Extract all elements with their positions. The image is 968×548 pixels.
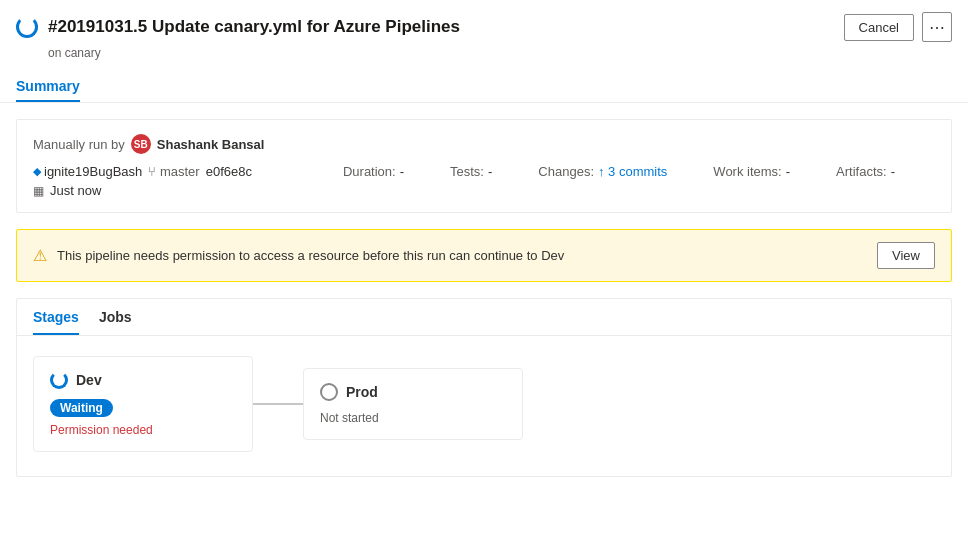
stage-card-prod[interactable]: Prod Not started bbox=[303, 368, 523, 440]
main-tabs: Summary bbox=[0, 70, 968, 103]
cancel-button[interactable]: Cancel bbox=[844, 14, 914, 41]
calendar-icon: ▦ bbox=[33, 184, 44, 198]
work-items-label: Work items: bbox=[713, 164, 781, 179]
view-button[interactable]: View bbox=[877, 242, 935, 269]
more-options-button[interactable]: ⋯ bbox=[922, 12, 952, 42]
warning-left: ⚠ This pipeline needs permission to acce… bbox=[33, 246, 564, 265]
permission-needed-text: Permission needed bbox=[50, 423, 236, 437]
warning-icon: ⚠ bbox=[33, 246, 47, 265]
duration-stat: Duration: - bbox=[343, 164, 404, 179]
tests-stat: Tests: - bbox=[450, 164, 492, 179]
stage-cards: Dev Waiting Permission needed Prod Not s… bbox=[17, 336, 951, 476]
work-items-stat: Work items: - bbox=[713, 164, 790, 179]
header: #20191031.5 Update canary.yml for Azure … bbox=[0, 0, 968, 46]
stage-name-prod: Prod bbox=[346, 384, 378, 400]
stage-connector bbox=[253, 403, 303, 405]
artifacts-label: Artifacts: bbox=[836, 164, 887, 179]
stages-section: Stages Jobs Dev Waiting Permission neede… bbox=[16, 298, 952, 477]
changes-value[interactable]: ↑ 3 commits bbox=[598, 164, 667, 179]
run-by-name: Shashank Bansal bbox=[157, 137, 265, 152]
tab-stages[interactable]: Stages bbox=[33, 299, 79, 335]
warning-text: This pipeline needs permission to access… bbox=[57, 248, 564, 263]
tests-value: - bbox=[488, 164, 492, 179]
duration-value: - bbox=[400, 164, 404, 179]
page-container: #20191031.5 Update canary.yml for Azure … bbox=[0, 0, 968, 548]
header-left: #20191031.5 Update canary.yml for Azure … bbox=[16, 16, 460, 38]
tab-jobs[interactable]: Jobs bbox=[99, 299, 132, 335]
fork-icon: ⑂ bbox=[148, 164, 156, 179]
run-by-row: Manually run by SB Shashank Bansal bbox=[33, 134, 935, 154]
time-label: Just now bbox=[50, 183, 101, 198]
stage-card-dev[interactable]: Dev Waiting Permission needed bbox=[33, 356, 253, 452]
pipeline-number: #20191031.5 bbox=[48, 17, 147, 36]
branch-ref: master bbox=[160, 164, 200, 179]
waiting-badge: Waiting bbox=[50, 399, 113, 417]
branch-separator: ⑂ master bbox=[148, 164, 199, 179]
page-title: #20191031.5 Update canary.yml for Azure … bbox=[48, 17, 460, 37]
waiting-spinner-icon bbox=[50, 371, 68, 389]
spinner-icon bbox=[16, 16, 38, 38]
warning-banner: ⚠ This pipeline needs permission to acce… bbox=[16, 229, 952, 282]
branch-name: ignite19BugBash bbox=[44, 164, 142, 179]
commit-hash: e0f6e8c bbox=[206, 164, 252, 179]
tab-summary[interactable]: Summary bbox=[16, 70, 80, 102]
info-card: Manually run by SB Shashank Bansal ◆ ign… bbox=[16, 119, 952, 213]
artifacts-stat: Artifacts: - bbox=[836, 164, 895, 179]
stage-card-header-prod: Prod bbox=[320, 383, 506, 401]
changes-label: Changes: bbox=[538, 164, 594, 179]
pipeline-subtitle: on canary bbox=[0, 46, 968, 70]
pipeline-title: Update canary.yml for Azure Pipelines bbox=[152, 17, 460, 36]
diamond-icon: ◆ bbox=[33, 165, 41, 178]
meta-row: ◆ ignite19BugBash ⑂ master e0f6e8c Durat… bbox=[33, 164, 935, 179]
not-started-icon bbox=[320, 383, 338, 401]
stage-card-header-dev: Dev bbox=[50, 371, 236, 389]
not-started-text: Not started bbox=[320, 411, 506, 425]
tests-label: Tests: bbox=[450, 164, 484, 179]
changes-stat: Changes: ↑ 3 commits bbox=[538, 164, 667, 179]
duration-label: Duration: bbox=[343, 164, 396, 179]
avatar: SB bbox=[131, 134, 151, 154]
branch-tag: ◆ ignite19BugBash bbox=[33, 164, 142, 179]
run-by-label: Manually run by bbox=[33, 137, 125, 152]
stage-name-dev: Dev bbox=[76, 372, 102, 388]
time-row: ▦ Just now bbox=[33, 183, 935, 198]
ellipsis-icon: ⋯ bbox=[929, 18, 945, 37]
artifacts-value: - bbox=[891, 164, 895, 179]
work-items-value: - bbox=[786, 164, 790, 179]
header-right: Cancel ⋯ bbox=[844, 12, 952, 42]
stages-tabs: Stages Jobs bbox=[17, 299, 951, 336]
